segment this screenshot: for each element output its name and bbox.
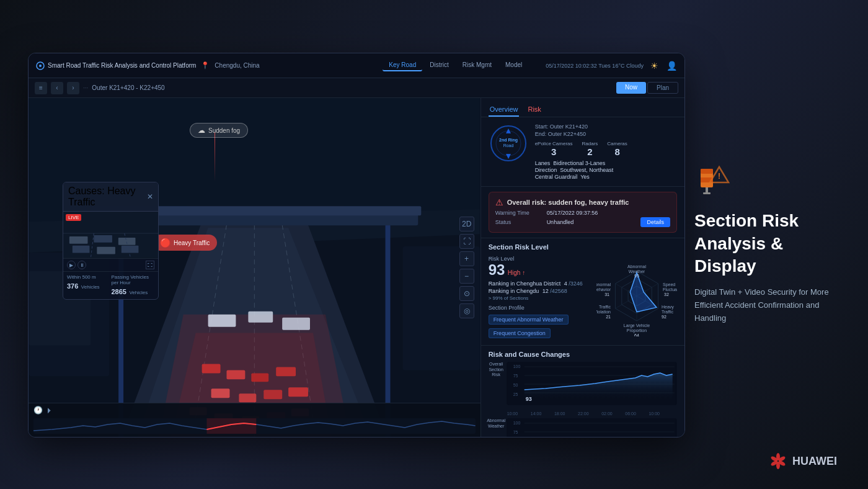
or-header: ⚠ Overall risk: sudden fog, heavy traffi… bbox=[495, 197, 670, 207]
svg-text:21: 21 bbox=[606, 315, 611, 319]
warning-time-row: Warning Time 05/17/2022 09:37:56 bbox=[495, 210, 670, 216]
guardrail-prop: Central Guardrail Yes bbox=[535, 174, 677, 180]
rank-chengdu-total: /42568 bbox=[550, 288, 567, 294]
tick-2: 14:00 bbox=[105, 436, 117, 437]
svg-text:93: 93 bbox=[525, 396, 531, 402]
pause-btn[interactable]: ⏸ bbox=[78, 261, 86, 269]
svg-text:Road: Road bbox=[503, 143, 513, 148]
fog-icon: ☁ bbox=[198, 126, 205, 135]
risk-changes: Risk and Cause Changes Overall Section R… bbox=[481, 345, 684, 437]
rank-percentile: > 99% of Sections bbox=[489, 295, 591, 301]
zoom-in-btn[interactable]: + bbox=[459, 251, 474, 266]
rank-chengdu: Ranking in Chengdu 12 /42568 bbox=[489, 288, 591, 294]
menu-btn[interactable]: ≡ bbox=[35, 82, 47, 94]
app-title: Smart Road Traffic Risk Analysis and Con… bbox=[48, 62, 196, 69]
right-panel: Overview Risk 2nd Ring Road bbox=[480, 98, 684, 437]
timeline: 🕐 ⏵ 10:00 12:00 bbox=[29, 403, 480, 437]
right-text-panel: ! Section Risk Analysis & Display Digita… bbox=[663, 0, 868, 489]
traffic-icon: 🔴 bbox=[160, 238, 170, 248]
timeline-bar[interactable] bbox=[33, 418, 476, 434]
svg-text:25: 25 bbox=[513, 392, 518, 397]
back-btn[interactable]: ‹ bbox=[51, 82, 63, 94]
x-tick-6: 10:00 bbox=[649, 411, 660, 416]
svg-text:75: 75 bbox=[513, 430, 518, 434]
risk-level-value: 93 bbox=[489, 261, 505, 278]
huawei-logo: HUAWEI bbox=[769, 452, 837, 470]
x-tick-4: 02:00 bbox=[601, 411, 613, 416]
section-risk-left: Risk Level 93 High ↑ Ranking in Chenghua… bbox=[489, 256, 591, 340]
risk-changes-title: Risk and Cause Changes bbox=[489, 351, 677, 358]
within-unit: Vehicles bbox=[81, 284, 100, 290]
weather-icon: ☀ bbox=[650, 61, 658, 71]
svg-rect-16 bbox=[202, 364, 221, 373]
nav-model[interactable]: Model bbox=[499, 60, 528, 71]
fullscreen-btn[interactable]: ⛶ bbox=[146, 261, 154, 269]
rank-chengdu-label: Ranking in Chengdu bbox=[489, 288, 539, 294]
tick-12: 10:00 bbox=[463, 436, 475, 437]
tab-risk[interactable]: Risk bbox=[526, 103, 542, 117]
tick-6: 22:00 bbox=[248, 436, 260, 437]
fog-label: Sudden fog bbox=[208, 127, 240, 134]
nav-district[interactable]: District bbox=[423, 60, 455, 71]
svg-text:100: 100 bbox=[513, 364, 520, 369]
forward-btn[interactable]: › bbox=[67, 82, 79, 94]
causes-controls: ▶ ⏸ ⛶ bbox=[63, 258, 158, 272]
location-icon: 📍 bbox=[201, 61, 210, 70]
svg-text:100: 100 bbox=[513, 421, 520, 425]
x-tick-3: 22:00 bbox=[578, 411, 589, 416]
live-badge: LIVE bbox=[66, 214, 81, 221]
direction-value: Southwest, Northeast bbox=[560, 167, 613, 173]
rank-chenghua-label: Ranking in Chenghua District bbox=[489, 280, 561, 287]
within-label: Within 500 m bbox=[67, 274, 110, 280]
svg-rect-23 bbox=[288, 387, 308, 397]
now-btn[interactable]: Now bbox=[616, 82, 646, 94]
tick-5: 20:00 bbox=[213, 436, 225, 437]
tick-4: 18:00 bbox=[177, 436, 189, 437]
svg-rect-40 bbox=[97, 247, 115, 254]
svg-text:!: ! bbox=[718, 172, 720, 181]
svg-text:75: 75 bbox=[513, 374, 518, 378]
section-profile: Section Profile Frequent Abnormal Weathe… bbox=[489, 305, 591, 340]
svg-marker-51 bbox=[506, 154, 511, 159]
layers-btn[interactable]: ◎ bbox=[459, 303, 474, 318]
nav-risk-mgmt[interactable]: Risk Mgmt bbox=[456, 60, 498, 71]
timeline-clock-icon[interactable]: 🕐 bbox=[33, 406, 43, 415]
warning-time-value: 05/17/2022 09:37:56 bbox=[547, 210, 598, 216]
svg-rect-30 bbox=[248, 312, 273, 323]
within-stat: Within 500 m 376 Vehicles bbox=[67, 274, 110, 297]
tab-overview[interactable]: Overview bbox=[489, 103, 520, 117]
section-risk-display-desc: Digital Twin + Video Security for More E… bbox=[694, 286, 837, 325]
tick-8: 02:00 bbox=[320, 436, 332, 437]
within-value: 376 bbox=[67, 282, 78, 290]
road-diagram: 2nd Ring Road bbox=[489, 123, 529, 164]
location-btn[interactable]: ⊙ bbox=[459, 286, 474, 301]
zoom-out-btn[interactable]: − bbox=[459, 269, 474, 284]
tick-10: 06:00 bbox=[391, 436, 404, 437]
start-endpoint: Start: Outer K21+420 bbox=[535, 123, 677, 130]
overview-risk-tabs: Overview Risk bbox=[481, 98, 684, 117]
huawei-brand: HUAWEI bbox=[792, 455, 837, 468]
causes-close-btn[interactable]: ✕ bbox=[147, 192, 153, 201]
traffic-label: Heavy Traffic bbox=[174, 240, 210, 246]
app-location: Chengdu, China bbox=[215, 62, 259, 69]
causes-title: Causes: Heavy Traffic bbox=[68, 186, 147, 208]
play-btn[interactable]: ▶ bbox=[67, 261, 76, 269]
timeline-play-icon[interactable]: ⏵ bbox=[46, 406, 53, 415]
fog-indicator: ☁ Sudden fog bbox=[190, 123, 248, 138]
svg-text:31: 31 bbox=[604, 292, 609, 297]
nav-key-road[interactable]: Key Road bbox=[383, 60, 422, 71]
passing-label: Passing Vehicles per Hour bbox=[112, 274, 155, 285]
lanes-value: Bidirectional 3-Lanes bbox=[553, 160, 605, 166]
svg-rect-31 bbox=[282, 318, 310, 330]
fullscreen-map-btn[interactable]: ⛶ bbox=[459, 234, 474, 249]
svg-text:Proportion: Proportion bbox=[627, 328, 647, 333]
svg-text:Traffic: Traffic bbox=[599, 305, 611, 309]
svg-text:Behavior: Behavior bbox=[596, 287, 611, 292]
road-info: 2nd Ring Road Start: Outer K21+420 End: … bbox=[481, 117, 684, 187]
svg-rect-22 bbox=[264, 390, 282, 399]
risk-alert-icon: ⚠ bbox=[495, 197, 503, 207]
2d-btn[interactable]: 2D bbox=[459, 217, 474, 231]
rank-chenghua-total: /3246 bbox=[569, 280, 583, 287]
guardrail-value: Yes bbox=[580, 174, 590, 180]
svg-text:95: 95 bbox=[634, 274, 639, 278]
